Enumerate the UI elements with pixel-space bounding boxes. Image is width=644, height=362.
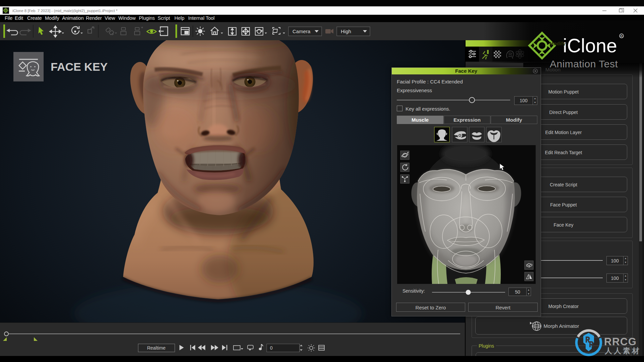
svg-text:R: R (621, 35, 623, 38)
svg-text:人人素材: 人人素材 (604, 347, 641, 355)
svg-text:Realtime: Realtime (147, 345, 165, 351)
svg-text:High: High (341, 28, 351, 34)
svg-text:Camera: Camera (292, 28, 311, 34)
svg-text:iClone: iClone (563, 35, 617, 56)
svg-text:RRCG: RRCG (604, 336, 637, 348)
svg-text:0: 0 (270, 345, 273, 351)
